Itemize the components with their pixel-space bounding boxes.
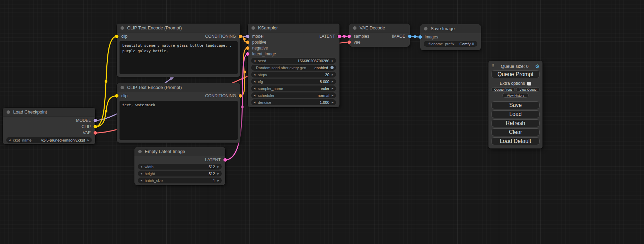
widget-cfg[interactable]: ◀ cfg 8.000 ▶	[251, 79, 336, 84]
increment-icon[interactable]: ▶	[332, 60, 334, 62]
toggle-dot-icon[interactable]	[330, 66, 334, 69]
load-default-button[interactable]: Load Default	[491, 137, 540, 145]
collapse-dot-icon[interactable]	[7, 110, 10, 114]
increment-icon[interactable]: ▶	[218, 179, 219, 182]
input-slot-positive[interactable]	[246, 40, 249, 44]
decrement-icon[interactable]: ◀	[254, 73, 255, 76]
slot-row: latent_image	[248, 51, 339, 57]
output-slot-conditioning[interactable]	[239, 35, 242, 38]
decrement-icon[interactable]: ◀	[140, 165, 142, 168]
widget-filename-prefix[interactable]: filename_prefix ComfyUI	[424, 41, 477, 47]
output-slot-image[interactable]	[408, 35, 412, 38]
decrement-icon[interactable]: ◀	[254, 80, 255, 83]
settings-gear-icon[interactable]: ⚙	[535, 64, 540, 69]
increment-icon[interactable]: ▶	[88, 139, 89, 141]
collapse-dot-icon[interactable]	[424, 27, 427, 30]
input-slot-samples[interactable]	[347, 35, 351, 38]
decrement-icon[interactable]: ◀	[9, 139, 10, 141]
view-queue-button[interactable]: View Queue	[516, 87, 540, 92]
widget-seed[interactable]: ◀ seed 156680208700286 ▶	[251, 58, 336, 64]
decrement-icon[interactable]: ◀	[140, 172, 142, 175]
drag-handle-icon[interactable]: ⠿	[491, 64, 494, 69]
decrement-icon[interactable]: ◀	[254, 101, 255, 103]
widget-width[interactable]: ◀ width 512 ▶	[138, 164, 222, 170]
increment-icon[interactable]: ▶	[332, 87, 334, 90]
increment-icon[interactable]: ▶	[332, 73, 334, 76]
decrement-icon[interactable]: ◀	[254, 94, 255, 97]
widget-batch-size[interactable]: ◀ batch_size 1 ▶	[138, 178, 222, 183]
increment-icon[interactable]: ▶	[332, 94, 334, 97]
slot-row: CLIP	[3, 124, 95, 130]
queue-actions-row: Queue Front View Queue	[491, 87, 540, 92]
decrement-icon[interactable]: ◀	[254, 60, 255, 62]
node-load-checkpoint[interactable]: Load Checkpoint MODEL CLIP VAE ◀ ckpt_na…	[3, 108, 95, 144]
input-slot-clip[interactable]	[115, 35, 118, 38]
widget-denoise[interactable]: ◀ denoise 1.000 ▶	[251, 99, 336, 105]
input-slot-clip[interactable]	[115, 94, 118, 98]
widget-scheduler[interactable]: ◀ scheduler normal ▶	[251, 92, 336, 98]
widget-height[interactable]: ◀ height 512 ▶	[138, 171, 222, 177]
output-slot-latent[interactable]	[338, 35, 341, 38]
prompt-textarea[interactable]: text, watermark	[120, 101, 238, 140]
input-slot-images[interactable]	[418, 35, 422, 39]
node-header[interactable]: Empty Latent Image	[134, 147, 225, 156]
node-header[interactable]: CLIP Text Encode (Prompt)	[117, 83, 240, 92]
node-vae-decode[interactable]: VAE Decode samples IMAGE vae	[349, 24, 410, 47]
node-empty-latent-image[interactable]: Empty Latent Image LATENT ◀ width 512 ▶ …	[134, 147, 225, 185]
node-save-image[interactable]: Save Image images filename_prefix ComfyU…	[420, 24, 481, 50]
decrement-icon[interactable]: ◀	[140, 179, 142, 182]
output-slot-clip[interactable]	[94, 125, 97, 128]
prompt-textarea[interactable]: beautiful scenery nature glass bottle la…	[120, 41, 238, 74]
load-button[interactable]: Load	[491, 110, 540, 118]
increment-icon[interactable]: ▶	[218, 172, 219, 175]
widget-ckpt-name[interactable]: ◀ ckpt_name v1-5-pruned-emaonly.ckpt ▶	[6, 137, 92, 143]
output-slot-vae[interactable]	[94, 131, 97, 135]
node-header[interactable]: VAE Decode	[349, 24, 410, 33]
slot-row: LATENT	[134, 157, 225, 163]
input-slot-vae[interactable]	[347, 40, 351, 44]
node-clip-text-encode-negative[interactable]: CLIP Text Encode (Prompt) clip CONDITION…	[117, 83, 240, 143]
wire-midpoint-dot	[244, 71, 246, 73]
slot-row: samples IMAGE	[349, 33, 410, 39]
collapse-dot-icon[interactable]	[121, 86, 124, 89]
collapse-dot-icon[interactable]	[138, 150, 142, 153]
queue-prompt-button[interactable]: Queue Prompt	[491, 70, 540, 78]
node-header[interactable]: CLIP Text Encode (Prompt)	[117, 24, 240, 33]
collapse-dot-icon[interactable]	[252, 26, 255, 30]
node-title: Load Checkpoint	[13, 109, 47, 115]
widget-random-seed-toggle[interactable]: Random seed after every gen enabled	[251, 65, 336, 71]
view-history-button[interactable]: View History	[502, 93, 529, 98]
node-header[interactable]: KSampler	[248, 24, 339, 33]
increment-icon[interactable]: ▶	[218, 165, 219, 168]
node-title: KSampler	[258, 25, 278, 30]
collapse-dot-icon[interactable]	[353, 26, 356, 30]
output-slot-latent[interactable]	[223, 158, 227, 162]
increment-icon[interactable]: ▶	[332, 101, 334, 103]
extra-options-checkbox[interactable]	[527, 82, 531, 85]
queue-size-label: Queue size: 0	[494, 64, 535, 69]
input-slot-latent-image[interactable]	[246, 52, 249, 56]
wire-midpoint-dot	[243, 38, 246, 40]
node-clip-text-encode-positive[interactable]: CLIP Text Encode (Prompt) clip CONDITION…	[117, 24, 240, 77]
node-header[interactable]: Save Image	[420, 24, 481, 33]
decrement-icon[interactable]: ◀	[254, 87, 255, 90]
wire-midpoint-dot	[241, 106, 244, 108]
output-slot-conditioning[interactable]	[239, 94, 242, 98]
node-ksampler[interactable]: KSampler model LATENT positive negative …	[248, 24, 339, 107]
node-header[interactable]: Load Checkpoint	[3, 108, 95, 117]
widget-steps[interactable]: ◀ steps 20 ▶	[251, 72, 336, 78]
queue-front-button[interactable]: Queue Front	[491, 87, 515, 92]
input-slot-model[interactable]	[246, 35, 249, 38]
slot-row: vae	[349, 39, 410, 45]
refresh-button[interactable]: Refresh	[491, 119, 540, 127]
slot-row: clip CONDITIONING	[117, 93, 240, 99]
node-graph-canvas[interactable]: Load Checkpoint MODEL CLIP VAE ◀ ckpt_na…	[0, 0, 644, 244]
save-button[interactable]: Save	[491, 101, 540, 109]
output-slot-model[interactable]	[94, 119, 97, 122]
widget-sampler-name[interactable]: ◀ sampler_name euler ▶	[251, 85, 336, 91]
input-slot-negative[interactable]	[246, 46, 249, 50]
increment-icon[interactable]: ▶	[332, 80, 334, 83]
collapse-dot-icon[interactable]	[121, 26, 124, 30]
wire-midpoint-dot	[170, 77, 173, 80]
clear-button[interactable]: Clear	[491, 128, 540, 136]
